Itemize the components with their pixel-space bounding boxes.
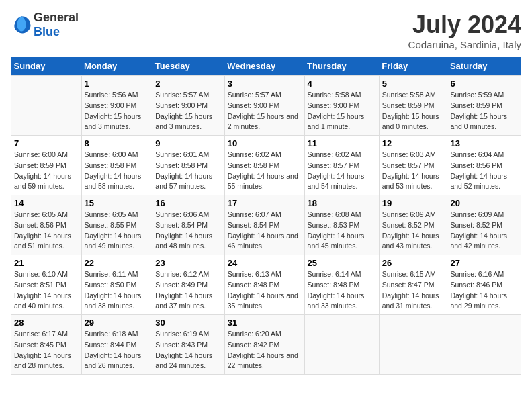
calendar-cell: 3Sunrise: 5:57 AMSunset: 9:00 PMDaylight… — [224, 76, 304, 136]
weekday-header-sunday: Sunday — [11, 57, 82, 76]
calendar-header-row: SundayMondayTuesdayWednesdayThursdayFrid… — [11, 57, 521, 76]
weekday-header-friday: Friday — [379, 57, 447, 76]
title-block: July 2024 Codaruina, Sardinia, Italy — [408, 11, 521, 50]
day-info: Sunrise: 6:08 AMSunset: 8:53 PMDaylight:… — [308, 210, 376, 252]
day-info: Sunrise: 6:05 AMSunset: 8:55 PMDaylight:… — [85, 210, 150, 252]
calendar-cell: 2Sunrise: 5:57 AMSunset: 9:00 PMDaylight… — [152, 76, 224, 136]
day-info: Sunrise: 6:11 AMSunset: 8:50 PMDaylight:… — [85, 269, 150, 312]
day-number: 16 — [155, 198, 221, 208]
calendar-cell: 15Sunrise: 6:05 AMSunset: 8:55 PMDayligh… — [81, 195, 152, 255]
day-info: Sunrise: 6:04 AMSunset: 8:56 PMDaylight:… — [450, 150, 518, 192]
calendar-cell: 24Sunrise: 6:13 AMSunset: 8:48 PMDayligh… — [224, 255, 304, 315]
calendar-cell: 1Sunrise: 5:56 AMSunset: 9:00 PMDaylight… — [81, 76, 152, 136]
subtitle: Codaruina, Sardinia, Italy — [408, 39, 521, 50]
calendar-cell — [11, 76, 82, 136]
calendar-cell: 7Sunrise: 6:00 AMSunset: 8:59 PMDaylight… — [11, 136, 82, 195]
day-number: 3 — [228, 79, 302, 89]
calendar-cell: 6Sunrise: 5:59 AMSunset: 8:59 PMDaylight… — [447, 76, 521, 136]
calendar-cell: 21Sunrise: 6:10 AMSunset: 8:51 PMDayligh… — [11, 255, 82, 315]
calendar-cell: 4Sunrise: 5:58 AMSunset: 9:00 PMDaylight… — [304, 76, 379, 136]
day-info: Sunrise: 6:20 AMSunset: 8:42 PMDaylight:… — [228, 329, 302, 371]
day-info: Sunrise: 6:06 AMSunset: 8:54 PMDaylight:… — [155, 210, 221, 252]
logo-text: General Blue — [34, 11, 79, 39]
day-info: Sunrise: 6:17 AMSunset: 8:45 PMDaylight:… — [14, 329, 79, 371]
calendar-cell: 12Sunrise: 6:03 AMSunset: 8:57 PMDayligh… — [379, 136, 447, 195]
day-info: Sunrise: 5:58 AMSunset: 8:59 PMDaylight:… — [382, 90, 445, 132]
calendar-cell: 20Sunrise: 6:09 AMSunset: 8:52 PMDayligh… — [447, 195, 521, 255]
calendar-cell: 26Sunrise: 6:15 AMSunset: 8:47 PMDayligh… — [379, 255, 447, 315]
day-number: 19 — [382, 198, 445, 208]
calendar-week-row: 21Sunrise: 6:10 AMSunset: 8:51 PMDayligh… — [11, 255, 521, 315]
weekday-header-wednesday: Wednesday — [224, 57, 304, 76]
day-number: 26 — [382, 258, 445, 268]
logo: General Blue — [11, 11, 79, 39]
calendar-cell: 11Sunrise: 6:02 AMSunset: 8:57 PMDayligh… — [304, 136, 379, 195]
day-number: 25 — [308, 258, 376, 268]
day-number: 9 — [155, 138, 221, 148]
calendar-week-row: 28Sunrise: 6:17 AMSunset: 8:45 PMDayligh… — [11, 315, 521, 375]
day-info: Sunrise: 5:56 AMSunset: 9:00 PMDaylight:… — [85, 90, 150, 132]
day-number: 22 — [85, 258, 150, 268]
weekday-header-tuesday: Tuesday — [152, 57, 224, 76]
logo-general: General — [34, 11, 79, 24]
day-info: Sunrise: 5:59 AMSunset: 8:59 PMDaylight:… — [450, 90, 518, 132]
day-number: 14 — [14, 198, 79, 208]
calendar-cell: 30Sunrise: 6:19 AMSunset: 8:43 PMDayligh… — [152, 315, 224, 375]
day-info: Sunrise: 6:02 AMSunset: 8:58 PMDaylight:… — [228, 150, 302, 192]
day-info: Sunrise: 6:10 AMSunset: 8:51 PMDaylight:… — [14, 269, 79, 312]
day-info: Sunrise: 6:16 AMSunset: 8:46 PMDaylight:… — [450, 269, 518, 312]
day-number: 18 — [308, 198, 376, 208]
calendar-table: SundayMondayTuesdayWednesdayThursdayFrid… — [11, 57, 521, 375]
calendar-cell: 13Sunrise: 6:04 AMSunset: 8:56 PMDayligh… — [447, 136, 521, 195]
day-number: 24 — [228, 258, 302, 268]
day-number: 12 — [382, 138, 445, 148]
day-number: 29 — [85, 318, 150, 328]
day-info: Sunrise: 6:09 AMSunset: 8:52 PMDaylight:… — [382, 210, 445, 252]
day-number: 20 — [450, 198, 518, 208]
calendar-cell: 17Sunrise: 6:07 AMSunset: 8:54 PMDayligh… — [224, 195, 304, 255]
day-number: 6 — [450, 79, 518, 89]
calendar-cell — [379, 315, 447, 375]
weekday-header-monday: Monday — [81, 57, 152, 76]
day-number: 28 — [14, 318, 79, 328]
day-number: 8 — [85, 138, 150, 148]
calendar-cell: 5Sunrise: 5:58 AMSunset: 8:59 PMDaylight… — [379, 76, 447, 136]
day-number: 21 — [14, 258, 79, 268]
day-info: Sunrise: 5:57 AMSunset: 9:00 PMDaylight:… — [228, 90, 302, 132]
calendar-cell: 18Sunrise: 6:08 AMSunset: 8:53 PMDayligh… — [304, 195, 379, 255]
day-info: Sunrise: 6:18 AMSunset: 8:44 PMDaylight:… — [85, 329, 150, 371]
day-number: 15 — [85, 198, 150, 208]
day-number: 5 — [382, 79, 445, 89]
calendar-cell: 22Sunrise: 6:11 AMSunset: 8:50 PMDayligh… — [81, 255, 152, 315]
day-info: Sunrise: 6:00 AMSunset: 8:59 PMDaylight:… — [14, 150, 79, 192]
calendar-cell: 16Sunrise: 6:06 AMSunset: 8:54 PMDayligh… — [152, 195, 224, 255]
calendar-cell: 23Sunrise: 6:12 AMSunset: 8:49 PMDayligh… — [152, 255, 224, 315]
day-number: 17 — [228, 198, 302, 208]
calendar-cell: 31Sunrise: 6:20 AMSunset: 8:42 PMDayligh… — [224, 315, 304, 375]
day-number: 7 — [14, 138, 79, 148]
day-number: 1 — [85, 79, 150, 89]
day-number: 23 — [155, 258, 221, 268]
day-info: Sunrise: 6:14 AMSunset: 8:48 PMDaylight:… — [308, 269, 376, 312]
day-info: Sunrise: 6:01 AMSunset: 8:58 PMDaylight:… — [155, 150, 221, 192]
day-number: 31 — [228, 318, 302, 328]
calendar-cell: 10Sunrise: 6:02 AMSunset: 8:58 PMDayligh… — [224, 136, 304, 195]
day-number: 2 — [155, 79, 221, 89]
day-number: 13 — [450, 138, 518, 148]
day-info: Sunrise: 6:02 AMSunset: 8:57 PMDaylight:… — [308, 150, 376, 192]
calendar-week-row: 14Sunrise: 6:05 AMSunset: 8:56 PMDayligh… — [11, 195, 521, 255]
day-info: Sunrise: 5:58 AMSunset: 9:00 PMDaylight:… — [308, 90, 376, 132]
day-number: 27 — [450, 258, 518, 268]
calendar-cell — [447, 315, 521, 375]
calendar-cell: 25Sunrise: 6:14 AMSunset: 8:48 PMDayligh… — [304, 255, 379, 315]
weekday-header-saturday: Saturday — [447, 57, 521, 76]
day-number: 11 — [308, 138, 376, 148]
logo-blue: Blue — [34, 25, 60, 38]
calendar-cell: 9Sunrise: 6:01 AMSunset: 8:58 PMDaylight… — [152, 136, 224, 195]
weekday-header-thursday: Thursday — [304, 57, 379, 76]
day-info: Sunrise: 6:15 AMSunset: 8:47 PMDaylight:… — [382, 269, 445, 312]
calendar-cell: 27Sunrise: 6:16 AMSunset: 8:46 PMDayligh… — [447, 255, 521, 315]
main-title: July 2024 — [408, 11, 521, 39]
calendar-cell: 14Sunrise: 6:05 AMSunset: 8:56 PMDayligh… — [11, 195, 82, 255]
day-info: Sunrise: 6:03 AMSunset: 8:57 PMDaylight:… — [382, 150, 445, 192]
